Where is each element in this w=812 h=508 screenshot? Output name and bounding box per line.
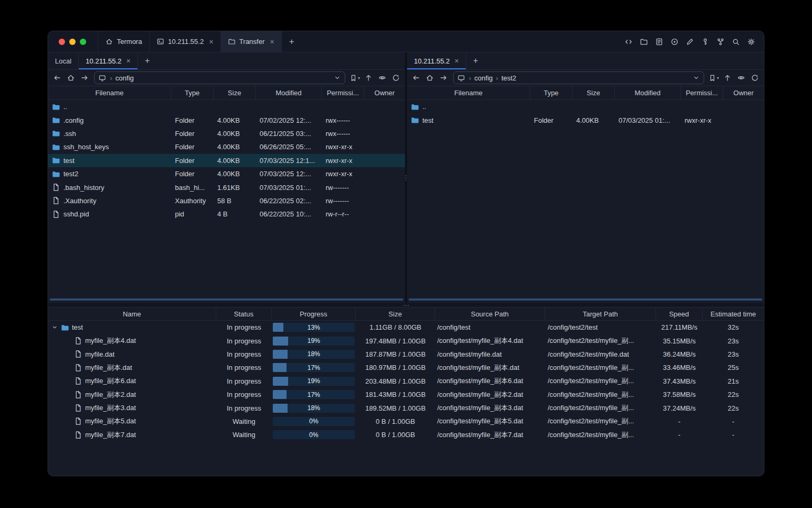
new-session-tab-button[interactable]: + — [138, 52, 156, 69]
path-bar[interactable]: configtest2 — [453, 71, 704, 84]
transfer-row[interactable]: myfile_副本2.dat In progress 17% 181.43MB … — [48, 388, 764, 401]
file-row[interactable]: .config Folder 4.00KB 07/02/2025 12:... … — [48, 113, 405, 126]
transfer-row[interactable]: myfile_副本5.dat Waiting 0% 0 B / 1.00GB /… — [48, 415, 764, 428]
parent-directory-button[interactable] — [721, 71, 734, 84]
transfer-row[interactable]: myfile_副本4.dat In progress 19% 197.48MB … — [48, 334, 764, 347]
col-modified[interactable]: Modified — [256, 86, 322, 99]
file-modified: 06/26/2025 05:... — [256, 143, 322, 151]
home-button[interactable] — [64, 71, 77, 84]
file-row[interactable]: .Xauthority Xauthority 58 B 06/22/2025 0… — [48, 194, 405, 207]
transfer-col-source[interactable]: Source Path — [435, 307, 545, 320]
transfer-target-path: /config/test2/test/myfile_副... — [545, 363, 656, 373]
terminal-icon — [156, 38, 164, 46]
file-row[interactable]: .. — [407, 100, 764, 113]
new-tab-button[interactable]: + — [282, 31, 302, 52]
horizontal-scrollbar[interactable] — [48, 297, 405, 302]
transfer-col-speed[interactable]: Speed — [656, 307, 703, 320]
search-button[interactable] — [730, 35, 742, 48]
breadcrumb-segment[interactable]: test2 — [493, 74, 516, 82]
log-button[interactable] — [653, 35, 666, 48]
settings-button[interactable] — [745, 35, 758, 48]
back-button[interactable] — [410, 71, 422, 84]
collapse-chevron-icon[interactable] — [52, 324, 58, 331]
refresh-button[interactable] — [749, 71, 761, 84]
col-modified[interactable]: Modified — [615, 86, 681, 99]
transfer-col-target[interactable]: Target Path — [545, 307, 656, 320]
horizontal-scrollbar[interactable] — [407, 297, 764, 302]
file-name: ssh_host_keys — [63, 143, 109, 151]
bookmark-button[interactable]: ▾ — [707, 71, 720, 84]
branch-button[interactable] — [714, 35, 727, 48]
transfer-row[interactable]: myfile_副本7.dat Waiting 0% 0 B / 1.00GB /… — [48, 428, 764, 441]
transfer-row[interactable]: myfile_副本6.dat In progress 19% 203.48MB … — [48, 375, 764, 388]
col-filename[interactable]: Filename — [48, 86, 171, 99]
col-owner[interactable]: Owner — [364, 86, 405, 99]
file-row[interactable]: sshd.pid pid 4 B 06/22/2025 10:... rw-r-… — [48, 207, 405, 221]
key-button[interactable] — [699, 35, 712, 48]
show-hidden-button[interactable] — [735, 71, 748, 84]
scrollbar-thumb[interactable] — [50, 298, 403, 301]
transfer-row[interactable]: myfile_副本.dat In progress 17% 180.97MB /… — [48, 361, 764, 374]
back-button[interactable] — [51, 71, 63, 84]
record-button[interactable] — [668, 35, 681, 48]
file-row[interactable]: test Folder 4.00KB 07/03/2025 01:... rwx… — [407, 113, 764, 126]
file-type: Folder — [171, 116, 214, 124]
code-button[interactable] — [622, 35, 635, 48]
folder-button[interactable] — [638, 35, 650, 48]
transfer-col-status[interactable]: Status — [216, 307, 272, 320]
forward-button[interactable] — [437, 71, 450, 84]
transfer-row[interactable]: myfile.dat In progress 18% 187.87MB / 1.… — [48, 348, 764, 361]
path-bar[interactable]: config — [94, 71, 345, 84]
edit-button[interactable] — [684, 35, 696, 48]
transfer-row[interactable]: test In progress 13% 1.11GB / 8.00GB /co… — [48, 321, 764, 334]
breadcrumb-segment[interactable]: config — [107, 74, 134, 82]
zoom-window-button[interactable] — [80, 39, 86, 45]
close-tab-icon[interactable]: × — [209, 38, 213, 46]
col-type[interactable]: Type — [530, 86, 573, 99]
tab-host-session[interactable]: 10.211.55.2 × — [407, 52, 466, 69]
col-type[interactable]: Type — [171, 86, 214, 99]
transfer-col-progress[interactable]: Progress — [272, 307, 356, 320]
titlebar-tab-host[interactable]: 10.211.55.2 × — [150, 31, 221, 52]
transfer-col-eta[interactable]: Estimated time — [703, 307, 764, 320]
file-row[interactable]: .. — [48, 100, 405, 113]
transfer-row[interactable]: myfile_副本3.dat In progress 18% 189.52MB … — [48, 401, 764, 414]
file-row[interactable]: test Folder 4.00KB 07/03/2025 12:1... rw… — [48, 154, 405, 167]
col-owner[interactable]: Owner — [723, 86, 764, 99]
file-row[interactable]: .ssh Folder 4.00KB 06/21/2025 03:... rwx… — [48, 127, 405, 140]
transfer-splitter[interactable]: ⋯ — [48, 303, 764, 307]
refresh-button[interactable] — [390, 71, 402, 84]
left-file-pane: Local 10.211.55.2 × + config — [48, 52, 405, 303]
chevron-down-icon[interactable] — [334, 74, 341, 81]
breadcrumb-segment[interactable]: config — [466, 74, 493, 82]
bookmark-button[interactable]: ▾ — [348, 71, 361, 84]
col-filename[interactable]: Filename — [407, 86, 530, 99]
titlebar-tab-transfer[interactable]: Transfer × — [221, 31, 282, 52]
forward-button[interactable] — [78, 71, 91, 84]
tab-local[interactable]: Local — [48, 52, 79, 69]
file-name-cell: ssh_host_keys — [48, 143, 171, 151]
close-tab-icon[interactable]: × — [270, 38, 274, 46]
col-permissions[interactable]: Permissi... — [322, 86, 364, 99]
col-permissions[interactable]: Permissi... — [681, 86, 723, 99]
close-window-button[interactable] — [59, 39, 65, 45]
close-tab-icon[interactable]: × — [126, 57, 131, 65]
file-row[interactable]: test2 Folder 4.00KB 07/03/2025 12:... rw… — [48, 167, 405, 180]
parent-directory-button[interactable] — [362, 71, 375, 84]
transfer-col-name[interactable]: Name — [48, 307, 216, 320]
close-tab-icon[interactable]: × — [455, 57, 459, 65]
tab-host-session[interactable]: 10.211.55.2 × — [79, 52, 138, 69]
file-row[interactable]: .bash_history bash_hi... 1.61KB 07/03/20… — [48, 180, 405, 194]
col-size[interactable]: Size — [214, 86, 256, 99]
titlebar-tab-termora[interactable]: Termora — [98, 31, 150, 52]
titlebar-actions — [622, 31, 764, 52]
minimize-window-button[interactable] — [69, 39, 76, 45]
chevron-down-icon[interactable] — [693, 74, 700, 81]
new-session-tab-button[interactable]: + — [466, 52, 485, 69]
transfer-col-size[interactable]: Size — [356, 307, 435, 320]
file-row[interactable]: ssh_host_keys Folder 4.00KB 06/26/2025 0… — [48, 140, 405, 153]
col-size[interactable]: Size — [573, 86, 615, 99]
scrollbar-thumb[interactable] — [409, 298, 762, 301]
show-hidden-button[interactable] — [376, 71, 389, 84]
home-button[interactable] — [423, 71, 436, 84]
